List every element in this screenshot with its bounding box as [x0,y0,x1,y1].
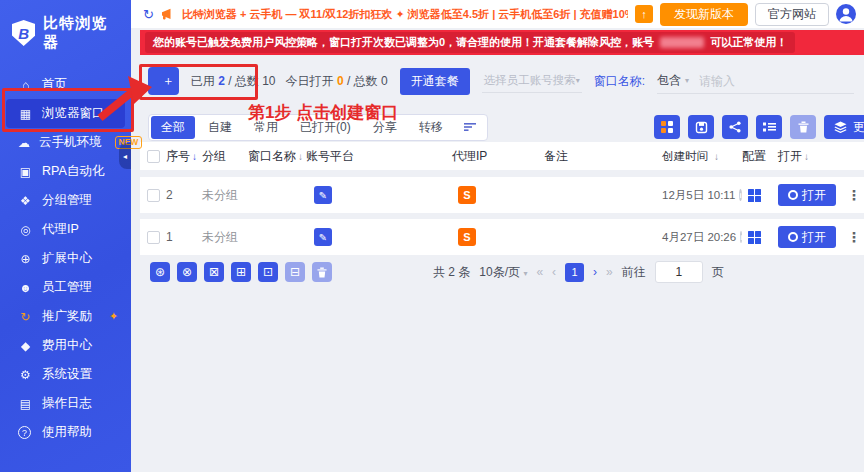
col-note: 备注 [544,148,656,165]
extension-icon: ⊕ [18,252,33,266]
page-first-button[interactable]: « [536,265,543,279]
per-page-select[interactable]: 10条/页 ▾ [479,264,527,281]
edit-name-button[interactable]: ✎ [314,186,332,204]
windows-icon[interactable] [748,189,778,202]
cloud-phone-icon: ☁ [18,136,30,150]
tab-opened[interactable]: 已打开(0) [289,116,362,139]
browser-windows-icon: ▦ [18,107,33,121]
col-created-time[interactable]: 创建时间↓ [656,149,742,164]
batch-close-button[interactable]: ⊗ [177,262,197,282]
home-icon: ⌂ [18,78,33,92]
plus-icon: ＋ [162,73,175,90]
row-menu-icon[interactable]: ⋮ [844,229,864,245]
upgrade-button[interactable]: ↑ [635,5,653,23]
page-current[interactable]: 1 [565,263,584,282]
sidebar-item-label: RPA自动化 [42,163,104,180]
trash-icon [317,267,327,278]
create-window-button[interactable]: ＋ 创建窗口 [148,67,179,95]
list-settings-button[interactable] [756,115,782,139]
row-checkbox[interactable] [147,189,160,202]
tab-transferred[interactable]: 转移 [408,116,454,139]
window-name-input[interactable] [699,74,854,88]
delete-button[interactable] [790,115,816,139]
sidebar-item-settings[interactable]: ⚙ 系统设置 [6,360,125,389]
tab-frequent[interactable]: 常用 [243,116,289,139]
batch-open-button[interactable]: ⊛ [150,262,170,282]
page-prev-button[interactable]: ‹ [552,265,556,279]
edit-name-button[interactable]: ✎ [314,228,332,246]
app-window: B 比特浏览器 ⌂ 首页 ▦ 浏览器窗口 ☁ 云手机环境 NEW ▣ RPA自动… [0,0,864,472]
chevron-down-icon: ▾ [685,76,689,85]
batch-clipboard-button[interactable]: ⊟ [285,262,305,282]
contains-select[interactable]: 包含 ▾ [657,72,689,89]
sidebar-item-groups[interactable]: ❖ 分组管理 [6,186,125,215]
row-created-time: 4月27日 20:26i [656,230,742,245]
col-open[interactable]: 打开↓ [778,148,844,165]
share-icon [729,121,741,133]
sort-filter-icon[interactable] [454,122,487,132]
table-row[interactable]: 2 未分组 ✎ S 12月5日 10:11i 打开 ⋮ [140,177,864,213]
sidebar-item-cloud-phone[interactable]: ☁ 云手机环境 NEW [6,128,125,157]
sidebar-item-promotion[interactable]: ↻ 推广奖励 ✦ [6,302,125,331]
sidebar-item-label: 使用帮助 [42,424,92,441]
sidebar-item-logs[interactable]: ▤ 操作日志 [6,389,125,418]
sidebar-item-staff[interactable]: ☻ 员工管理 [6,273,125,302]
sidebar-item-browser-windows[interactable]: ▦ 浏览器窗口 [6,99,125,128]
new-version-button[interactable]: 发现新版本 [660,3,748,26]
official-site-button[interactable]: 官方网站 [755,3,829,26]
col-seq[interactable]: 序号↓ [166,148,202,165]
topbar: ↻ 比特浏览器 + 云手机 — 双11/双12折扣狂欢 ✦ 浏览器低至4.5折 … [131,0,864,28]
table-action-buttons: 更多 [654,115,864,139]
more-actions-button[interactable]: 更多 [824,115,864,139]
clone-window-button[interactable] [688,115,714,139]
tab-all[interactable]: 全部 [151,116,195,139]
sort-icon: ↓ [804,151,809,162]
goto-page-input[interactable] [655,261,703,283]
windows-icon[interactable] [748,231,778,244]
sidebar-item-help[interactable]: ? 使用帮助 [6,418,125,447]
table-row[interactable]: 1 未分组 ✎ S 4月27日 20:26i 打开 ⋮ [140,219,864,255]
sidebar-item-label: 系统设置 [42,366,92,383]
staff-search-placeholder: 选择员工账号搜索 [484,73,576,88]
logo-shield-icon: B [12,20,35,46]
row-group: 未分组 [202,187,248,204]
more-label: 更多 [853,119,864,136]
page-last-button[interactable]: » [606,265,613,279]
pencil-icon: ✎ [319,232,327,243]
sidebar-item-proxy-ip[interactable]: ◎ 代理IP [6,215,125,244]
refresh-icon[interactable]: ↻ [143,7,154,22]
batch-close-window-button[interactable]: ⊠ [204,262,224,282]
col-window-name[interactable]: 窗口名称↓ [248,148,306,165]
sidebar-item-home[interactable]: ⌂ 首页 [6,70,125,99]
page-next-button[interactable]: › [593,265,597,279]
avatar[interactable] [836,4,856,24]
sort-icon: ↓ [298,151,303,162]
open-plan-button[interactable]: 开通套餐 [400,68,470,95]
share-button[interactable] [722,115,748,139]
alert-text-suffix: 可以正常使用！ [710,35,787,50]
batch-window-button[interactable]: ⊡ [258,262,278,282]
log-icon: ▤ [18,397,33,411]
open-window-button[interactable]: 打开 [778,184,836,206]
used-count: 2 [218,74,225,88]
sidebar-item-rpa[interactable]: ▣ RPA自动化 [6,157,125,186]
sidebar-collapse-handle[interactable]: ◂ [119,143,131,169]
view-grid-button[interactable] [654,115,680,139]
row-menu-icon[interactable]: ⋮ [844,187,864,203]
batch-delete-button[interactable] [312,262,332,282]
sidebar-item-billing[interactable]: ◆ 费用中心 [6,331,125,360]
batch-export-button[interactable]: ⊞ [231,262,251,282]
select-all-checkbox[interactable] [147,150,160,163]
staff-search-select[interactable]: 选择员工账号搜索 ▾ [482,69,582,93]
tab-shared[interactable]: 分享 [362,116,408,139]
logo-text: 比特浏览器 [43,14,121,52]
sidebar-nav: ⌂ 首页 ▦ 浏览器窗口 ☁ 云手机环境 NEW ▣ RPA自动化 ❖ 分组管理… [0,64,131,447]
row-checkbox[interactable] [147,231,160,244]
open-window-button[interactable]: 打开 [778,226,836,248]
sidebar: B 比特浏览器 ⌂ 首页 ▦ 浏览器窗口 ☁ 云手机环境 NEW ▣ RPA自动… [0,0,131,472]
sidebar-item-extensions[interactable]: ⊕ 扩展中心 [6,244,125,273]
rpa-icon: ▣ [18,165,33,179]
tab-self-built[interactable]: 自建 [197,116,243,139]
proxy-ip-icon: ◎ [18,223,33,237]
layers-icon [834,121,847,133]
